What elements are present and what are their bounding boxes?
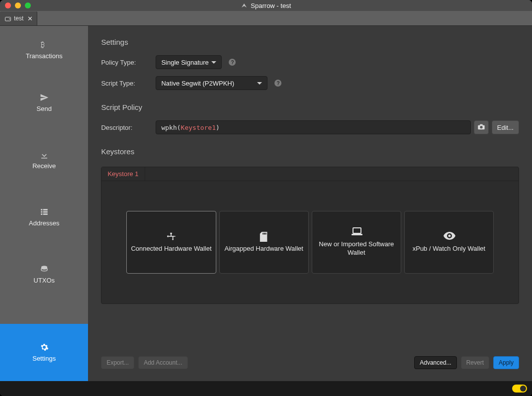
keystore-card-connected-hardware[interactable]: Connected Hardware Wallet xyxy=(126,211,216,274)
connection-toggle[interactable] xyxy=(512,385,527,393)
sd-card-icon xyxy=(259,232,269,241)
sidebar-item-transactions[interactable]: ₿ Transactions xyxy=(0,26,88,74)
statusbar xyxy=(0,381,532,396)
titlebar: Sparrow - test xyxy=(0,0,532,11)
svg-point-14 xyxy=(167,235,169,237)
svg-rect-21 xyxy=(264,232,265,234)
sparrow-app-icon xyxy=(241,2,247,8)
script-type-label: Script Type: xyxy=(101,80,156,87)
keystore-card-label: xPub / Watch Only Wallet xyxy=(413,245,485,253)
keystore-cards: Connected Hardware Wallet Airgapped Hard… xyxy=(101,181,519,303)
keystore-tabstrip: Keystore 1 xyxy=(101,167,519,181)
advanced-button-label: Advanced... xyxy=(420,359,451,366)
sidebar-item-label: Addresses xyxy=(29,219,59,227)
keystore-tab-label: Keystore 1 xyxy=(107,170,138,178)
wallet-tabstrip: test ✕ xyxy=(0,11,532,26)
descriptor-row: Descriptor: wpkh(Keystore1) Edit... xyxy=(101,120,519,134)
coins-icon xyxy=(40,265,49,274)
svg-rect-6 xyxy=(41,211,42,213)
close-tab-button[interactable]: ✕ xyxy=(27,15,33,22)
sidebar-item-utxos[interactable]: UTXOs xyxy=(0,246,88,303)
sidebar-item-label: UTXOs xyxy=(33,277,55,284)
svg-rect-20 xyxy=(263,232,264,234)
svg-rect-3 xyxy=(41,158,47,159)
script-type-select[interactable]: Native Segwit (P2WPKH) xyxy=(156,76,267,90)
policy-type-value: Single Signature xyxy=(161,59,208,66)
wallet-icon xyxy=(5,16,11,21)
keystores-heading: Keystores xyxy=(101,147,519,156)
svg-rect-8 xyxy=(41,213,42,215)
policy-type-select[interactable]: Single Signature xyxy=(156,55,222,69)
usb-icon xyxy=(166,232,177,241)
svg-point-12 xyxy=(480,126,482,128)
svg-point-1 xyxy=(9,18,10,19)
svg-point-19 xyxy=(172,238,174,240)
svg-rect-17 xyxy=(172,236,173,239)
policy-type-help-icon[interactable]: ? xyxy=(229,59,236,66)
keystores-panel: Keystore 1 Connected Hardware Wallet xyxy=(101,167,519,304)
keystore-card-software[interactable]: New or Imported Software Wallet xyxy=(312,211,401,274)
svg-rect-23 xyxy=(353,228,361,233)
svg-rect-24 xyxy=(352,234,362,235)
add-account-button[interactable]: Add Account... xyxy=(138,356,187,369)
svg-rect-15 xyxy=(169,236,174,237)
app-window: Sparrow - test test ✕ ₿ Transactions xyxy=(0,0,532,396)
keystore-card-watch-only[interactable]: xPub / Watch Only Wallet xyxy=(404,211,494,274)
svg-point-25 xyxy=(448,234,450,237)
sidebar-item-addresses[interactable]: Addresses xyxy=(0,189,88,246)
export-button[interactable]: Export... xyxy=(101,356,134,369)
laptop-icon xyxy=(351,227,362,236)
action-bar: Export... Add Account... Advanced... Rev… xyxy=(101,356,519,369)
script-policy-heading: Script Policy xyxy=(101,103,519,111)
sidebar: ₿ Transactions Send Receive Ad xyxy=(0,26,88,381)
script-type-value: Native Segwit (P2WPKH) xyxy=(161,80,234,87)
revert-button-label: Revert xyxy=(466,359,484,366)
advanced-button[interactable]: Advanced... xyxy=(414,356,456,369)
svg-text:₿: ₿ xyxy=(41,40,45,49)
descriptor-keystore-ref: Keystore1 xyxy=(181,124,216,131)
revert-button[interactable]: Revert xyxy=(461,356,489,369)
download-arrow-icon xyxy=(40,150,49,159)
svg-rect-18 xyxy=(170,232,172,234)
export-button-label: Export... xyxy=(106,359,129,366)
settings-heading: Settings xyxy=(101,38,519,46)
descriptor-label: Descriptor: xyxy=(101,124,156,131)
policy-type-label: Policy Type: xyxy=(101,59,156,66)
keystore-card-label: Connected Hardware Wallet xyxy=(131,245,211,253)
add-account-button-label: Add Account... xyxy=(144,359,182,366)
main-panel: Settings Policy Type: Single Signature ?… xyxy=(88,26,532,381)
send-plane-icon xyxy=(40,93,49,102)
window-title-text: Sparrow - test xyxy=(251,2,291,9)
descriptor-edit-button[interactable]: Edit... xyxy=(492,120,519,134)
list-icon xyxy=(40,207,49,216)
keystore-card-label: Airgapped Hardware Wallet xyxy=(224,245,303,253)
camera-icon xyxy=(477,123,485,132)
keystore-tab[interactable]: Keystore 1 xyxy=(101,167,145,181)
wallet-tab-label: test xyxy=(14,15,23,22)
script-type-help-icon[interactable]: ? xyxy=(274,80,281,87)
descriptor-qr-button[interactable] xyxy=(474,120,489,134)
apply-button[interactable]: Apply xyxy=(493,356,519,369)
sidebar-item-label: Send xyxy=(37,105,52,112)
sidebar-item-send[interactable]: Send xyxy=(0,74,88,131)
descriptor-suffix: ) xyxy=(216,124,220,131)
svg-rect-5 xyxy=(43,209,47,210)
sidebar-item-settings[interactable]: Settings xyxy=(0,324,88,381)
svg-rect-9 xyxy=(43,213,47,215)
policy-type-row: Policy Type: Single Signature ? xyxy=(101,55,519,69)
sidebar-item-receive[interactable]: Receive xyxy=(0,131,88,189)
wallet-tab[interactable]: test ✕ xyxy=(0,11,37,25)
body: ₿ Transactions Send Receive Ad xyxy=(0,26,532,381)
svg-rect-13 xyxy=(480,124,482,125)
descriptor-prefix: wpkh( xyxy=(161,124,180,131)
sidebar-item-label: Transactions xyxy=(26,52,63,60)
keystore-card-airgapped-hardware[interactable]: Airgapped Hardware Wallet xyxy=(219,211,309,274)
descriptor-edit-label: Edit... xyxy=(497,124,514,131)
svg-rect-7 xyxy=(43,211,47,213)
svg-rect-22 xyxy=(265,232,266,234)
bitcoin-icon: ₿ xyxy=(40,40,49,49)
descriptor-input[interactable]: wpkh(Keystore1) xyxy=(156,120,470,134)
keystore-card-label: New or Imported Software Wallet xyxy=(316,240,397,257)
sidebar-item-label: Settings xyxy=(32,355,56,362)
sidebar-item-label: Receive xyxy=(32,162,56,170)
